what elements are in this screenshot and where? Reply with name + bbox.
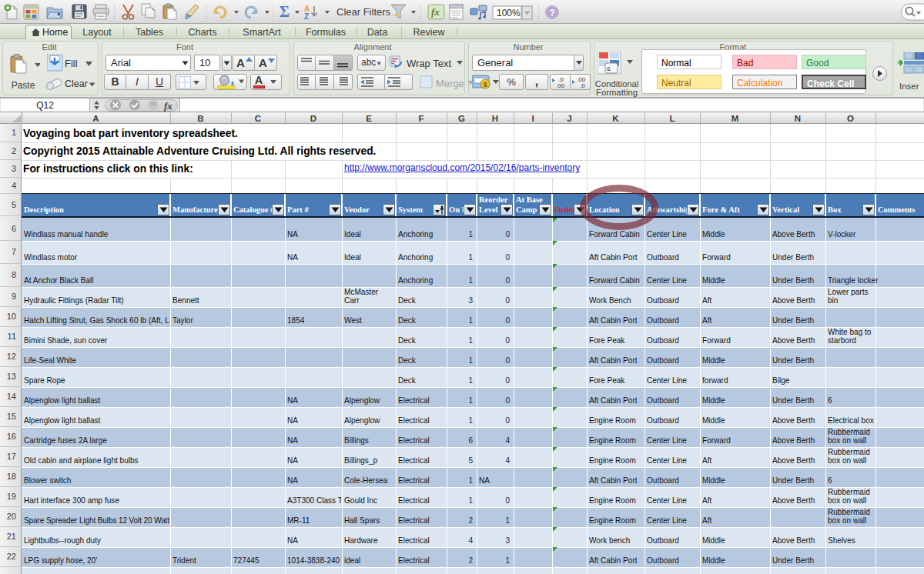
svg-text:fx: fx (164, 100, 172, 112)
svg-text:.00: .00 (556, 82, 565, 89)
svg-text:Clear Filters: Clear Filters (336, 6, 391, 18)
svg-text:Σ: Σ (280, 3, 290, 20)
svg-text:fx: fx (431, 6, 440, 18)
svg-text:?: ? (550, 8, 555, 18)
svg-text:.0: .0 (580, 82, 585, 89)
svg-text:Z: Z (304, 12, 309, 21)
svg-text:≤: ≤ (607, 65, 611, 72)
svg-text:100%: 100% (497, 8, 521, 18)
svg-text:$: $ (484, 81, 487, 88)
